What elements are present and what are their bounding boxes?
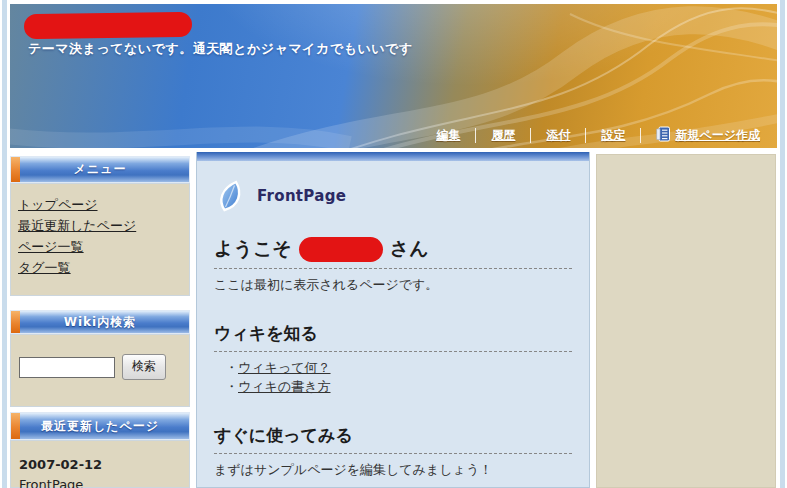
welcome-heading: ようこそ さん	[214, 236, 572, 269]
nav-separator	[640, 128, 641, 143]
sidebar-menu-box: トップページ 最近更新したページ ページ一覧 タグ一覧	[10, 183, 190, 296]
how-to-write-wiki-link[interactable]: ウィキの書き方	[238, 379, 331, 394]
banner-subtitle: テーマ決まってないです。通天閣とかジャマイカでもいいです	[28, 40, 413, 58]
page-title: FrontPage	[257, 187, 346, 205]
try-now-lead: まずはサンプルページを編集してみましょう！	[214, 461, 572, 479]
sidebar-item-tag-list[interactable]: タグ一覧	[18, 261, 183, 275]
nav-history-link[interactable]: 履歴	[491, 127, 515, 144]
bullet: ・	[225, 360, 238, 375]
wiki-search-input[interactable]	[19, 357, 115, 378]
page-title-row: FrontPage	[214, 180, 572, 212]
leaf-icon	[214, 180, 244, 212]
nav-new-page-link[interactable]: 新規ページ作成	[656, 126, 760, 145]
orange-accent	[11, 311, 20, 333]
nav-settings-link[interactable]: 設定	[601, 127, 625, 144]
sidebar-item-top-page[interactable]: トップページ	[18, 198, 183, 212]
nav-separator	[585, 128, 586, 143]
main-content: FrontPage ようこそ さん ここは最初に表示されるページです。 ウィキを…	[196, 152, 590, 488]
welcome-prefix: ようこそ	[214, 236, 292, 262]
nav-edit-link[interactable]: 編集	[436, 127, 460, 144]
sidebar-recent-title: 最近更新したページ	[11, 413, 189, 439]
new-page-icon	[656, 126, 670, 145]
nav-separator	[530, 128, 531, 143]
sidebar-search-header: Wiki内検索	[10, 310, 190, 334]
sidebar-item-recent-pages[interactable]: 最近更新したページ	[18, 219, 183, 233]
sidebar-search-box: 検索	[10, 334, 190, 407]
list-item: ・ウィキの書き方	[225, 377, 572, 396]
section-heading-know-wiki: ウィキを知る	[214, 322, 572, 352]
right-side-panel	[596, 154, 776, 488]
intro-text: ここは最初に表示されるページです。	[214, 276, 572, 294]
list-item: ・ウィキって何？	[225, 358, 572, 377]
sidebar-recent-header: 最近更新したページ	[10, 412, 190, 440]
page-edge-right	[780, 0, 785, 488]
nav-attach-link[interactable]: 添付	[546, 127, 570, 144]
nav-separator	[475, 128, 476, 143]
header-banner: テーマ決まってないです。通天閣とかジャマイカでもいいです 編集 履歴 添付 設定…	[10, 4, 777, 148]
sidebar-menu-header: メニュー	[10, 156, 190, 183]
what-is-wiki-link[interactable]: ウィキって何？	[238, 360, 331, 375]
bullet: ・	[225, 379, 238, 394]
orange-accent	[11, 157, 20, 182]
sidebar-search-title: Wiki内検索	[11, 311, 189, 333]
page-edge-left	[2, 0, 7, 488]
redacted-username	[299, 237, 383, 262]
welcome-suffix: さん	[390, 236, 429, 262]
sidebar-recent-box: 2007-02-12 FrontPage	[10, 440, 190, 488]
recent-page-link[interactable]: FrontPage	[19, 477, 189, 488]
banner-nav: 編集 履歴 添付 設定 新規ページ作成	[421, 126, 775, 145]
recent-update-date: 2007-02-12	[19, 457, 189, 472]
know-wiki-link-list: ・ウィキって何？ ・ウィキの書き方	[225, 358, 572, 396]
main-top-bar	[197, 152, 589, 161]
redacted-wiki-title	[24, 12, 192, 39]
sidebar-menu-title: メニュー	[11, 157, 189, 182]
orange-accent	[11, 413, 20, 439]
nav-new-page-label: 新規ページ作成	[675, 127, 760, 144]
search-button[interactable]: 検索	[122, 354, 166, 380]
sidebar-item-page-list[interactable]: ページ一覧	[18, 240, 183, 254]
section-heading-try-now: すぐに使ってみる	[214, 424, 572, 454]
